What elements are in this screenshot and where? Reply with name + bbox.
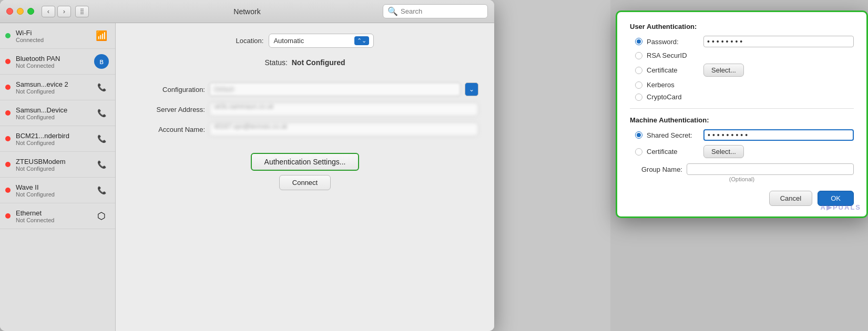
bluetooth-icon-container: ʙ — [93, 53, 110, 70]
search-input[interactable] — [401, 7, 483, 15]
configuration-row: Configuration: Default ⌄ — [131, 82, 478, 96]
title-bar: ‹ › ⣿ Network 🔍 — [0, 0, 494, 23]
grid-button[interactable]: ⣿ — [75, 6, 89, 17]
password-input[interactable] — [703, 36, 854, 47]
phone-icon-3: 📞 — [97, 135, 106, 143]
status-dot-ethernet — [5, 213, 11, 219]
location-label: Location: — [236, 37, 264, 45]
kerberos-radio[interactable] — [635, 81, 642, 89]
ethernet-icon-container: ⬡ — [93, 208, 110, 224]
sidebar-item-name-wifi: Wi-Fi — [16, 29, 88, 37]
location-row: Location: Automatic ⌃⌄ — [131, 34, 478, 48]
sidebar-item-name-bluetooth: Bluetooth PAN — [16, 55, 88, 63]
phone-icon-samsung2: 📞 — [93, 79, 110, 96]
right-panel: User Authentication: Password: RSA Secur… — [610, 0, 868, 331]
configuration-input[interactable]: Default — [209, 82, 461, 96]
server-label: Server Address: — [131, 106, 205, 113]
rsa-radio-row: RSA SecurID — [630, 51, 854, 59]
cryptocard-radio[interactable] — [635, 94, 642, 101]
phone-icon-4: 📞 — [97, 160, 106, 169]
group-name-label: Group Name: — [630, 166, 682, 173]
close-button[interactable] — [6, 8, 13, 15]
sidebar-item-bcm[interactable]: BCM21...nderbird Not Configured 📞 — [0, 126, 115, 152]
server-input[interactable]: uk3s.sammaun.co.uk — [209, 102, 478, 116]
sidebar-item-status-ethernet: Not Connected — [16, 217, 88, 223]
status-dot-wave — [5, 188, 11, 193]
status-dot-bcm — [5, 136, 11, 141]
cancel-button[interactable]: Cancel — [769, 191, 812, 206]
account-input[interactable]: 40167.vpn@termsio.co.uk — [209, 122, 478, 136]
sidebar-item-info-ethernet: Ethernet Not Connected — [16, 209, 88, 223]
sidebar-item-zte[interactable]: ZTEUSBModem Not Configured 📞 — [0, 152, 115, 178]
sidebar-item-status-bcm: Not Configured — [16, 140, 88, 146]
sidebar-item-samsung[interactable]: Samsun...Device Not Configured 📞 — [0, 100, 115, 126]
sidebar: Wi-Fi Connected 📶 Bluetooth PAN Not Conn… — [0, 23, 116, 331]
group-name-row: Group Name: — [630, 163, 854, 175]
sidebar-item-status-wifi: Connected — [16, 37, 88, 43]
wifi-icon-container: 📶 — [93, 27, 110, 44]
sidebar-item-status-samsung: Not Configured — [16, 114, 88, 120]
server-row: Server Address: uk3s.sammaun.co.uk — [131, 102, 478, 116]
location-value: Automatic — [273, 37, 304, 45]
auth-dialog-container: User Authentication: Password: RSA Secur… — [616, 11, 868, 218]
configuration-select-btn[interactable]: ⌄ — [465, 82, 478, 96]
user-auth-title: User Authentication: — [630, 23, 854, 30]
password-label: Password: — [647, 38, 699, 46]
auth-settings-button[interactable]: Authentication Settings... — [251, 153, 360, 171]
sidebar-item-name-ethernet: Ethernet — [16, 209, 88, 217]
sidebar-item-status-zte: Not Configured — [16, 166, 88, 172]
sidebar-item-info-wave: Wave II Not Configured — [16, 183, 88, 198]
shared-secret-input[interactable] — [703, 129, 854, 141]
cryptocard-radio-row: CryptoCard — [630, 93, 854, 101]
group-name-input[interactable] — [687, 163, 854, 175]
minimize-button[interactable] — [17, 8, 24, 15]
bluetooth-icon: ʙ — [94, 54, 109, 69]
sidebar-item-status-bluetooth: Not Connected — [16, 63, 88, 69]
sidebar-item-wave[interactable]: Wave II Not Configured 📞 — [0, 178, 115, 203]
configuration-label: Configuration: — [131, 86, 205, 94]
buttons-row: Authentication Settings... Connect — [131, 153, 478, 190]
phone-icon-bcm: 📞 — [93, 130, 110, 147]
password-radio[interactable] — [635, 38, 642, 45]
cryptocard-label: CryptoCard — [647, 93, 681, 101]
sidebar-item-name-bcm: BCM21...nderbird — [16, 132, 88, 140]
machine-auth-title: Machine Authentication: — [630, 116, 854, 124]
rsa-radio[interactable] — [635, 52, 642, 59]
sidebar-item-ethernet[interactable]: Ethernet Not Connected ⬡ — [0, 203, 115, 229]
account-row: Account Name: 40167.vpn@termsio.co.uk — [131, 122, 478, 136]
search-bar[interactable]: 🔍 — [383, 4, 488, 18]
sidebar-item-info-zte: ZTEUSBModem Not Configured — [16, 158, 88, 172]
sidebar-item-name-zte: ZTEUSBModem — [16, 158, 88, 166]
optional-text: (Optional) — [630, 176, 854, 182]
location-select[interactable]: Automatic ⌃⌄ — [269, 34, 374, 48]
certificate-label: Certificate — [647, 66, 699, 74]
sidebar-item-status-wave: Not Configured — [16, 191, 88, 198]
connect-button[interactable]: Connect — [279, 175, 331, 190]
maximize-button[interactable] — [27, 8, 34, 15]
certificate-radio-row: Certificate Select... — [630, 64, 854, 77]
phone-icon-zte: 📞 — [93, 156, 110, 173]
machine-cert-radio[interactable] — [635, 148, 642, 156]
sidebar-item-info-bcm: BCM21...nderbird Not Configured — [16, 132, 88, 146]
sidebar-item-samsung2[interactable]: Samsun...evice 2 Not Configured 📞 — [0, 75, 115, 100]
sidebar-item-name-samsung: Samsun...Device — [16, 106, 88, 114]
status-row: Status: Not Configured — [131, 58, 478, 67]
forward-button[interactable]: › — [57, 6, 71, 17]
sidebar-item-name-wave: Wave II — [16, 183, 88, 191]
status-prefix: Status: — [264, 58, 288, 67]
sidebar-item-wifi[interactable]: Wi-Fi Connected 📶 — [0, 23, 115, 49]
certificate-select-button[interactable]: Select... — [703, 64, 744, 77]
shared-secret-radio[interactable] — [635, 131, 642, 139]
machine-cert-radio-row: Certificate Select... — [630, 145, 854, 158]
phone-icon-wave: 📞 — [93, 182, 110, 199]
ethernet-icon: ⬡ — [97, 210, 106, 222]
sidebar-item-bluetooth[interactable]: Bluetooth PAN Not Connected ʙ — [0, 49, 115, 75]
content-area: Location: Automatic ⌃⌄ Status: Not Confi… — [116, 23, 494, 331]
status-dot-samsung2 — [5, 85, 11, 90]
machine-cert-select-button[interactable]: Select... — [703, 145, 744, 158]
sidebar-item-info-wifi: Wi-Fi Connected — [16, 29, 88, 43]
shared-secret-label: Shared Secret: — [647, 131, 699, 139]
certificate-radio[interactable] — [635, 67, 642, 74]
phone-icon-samsung: 📞 — [93, 105, 110, 121]
back-button[interactable]: ‹ — [42, 6, 55, 17]
